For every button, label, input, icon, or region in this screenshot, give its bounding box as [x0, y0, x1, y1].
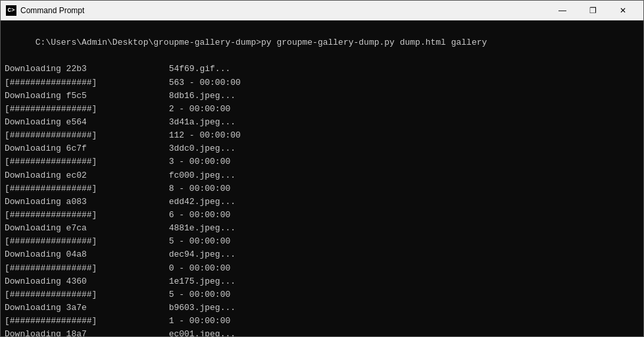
download-line: Downloading 22b3 54f69.gif...	[5, 63, 639, 76]
progress-line: [################] 5 - 00:00:00	[5, 288, 639, 301]
window-title: Command Prompt	[20, 6, 543, 15]
terminal-output: Downloading 22b3 54f69.gif...[##########…	[5, 63, 639, 336]
progress-line: [################] 563 - 00:00:00	[5, 76, 639, 90]
title-bar: C> Command Prompt — ❐ ✕	[1, 1, 643, 20]
progress-line: [################] 8 - 00:00:00	[5, 182, 639, 195]
download-line: Downloading f5c5 8db16.jpeg...	[5, 90, 639, 103]
download-line: Downloading 4360 1e175.jpeg...	[5, 275, 639, 288]
window: C> Command Prompt — ❐ ✕ C:\Users\Admin\D…	[0, 0, 644, 337]
progress-line: [################] 3 - 00:00:00	[5, 155, 639, 168]
app-icon: C>	[6, 5, 16, 16]
window-controls: — ❐ ✕	[547, 1, 638, 20]
progress-line: [################] 112 - 00:00:00	[5, 129, 639, 142]
download-line: Downloading 04a8 dec94.jpeg...	[5, 248, 639, 261]
progress-line: [################] 5 - 00:00:00	[5, 235, 639, 248]
close-button[interactable]: ✕	[608, 1, 638, 20]
prompt-text: C:\Users\Admin\Desktop\groupme-gallery-d…	[36, 38, 487, 47]
progress-line: [################] 2 - 00:00:00	[5, 103, 639, 116]
download-line: Downloading 18a7 ec001.jpeg...	[5, 328, 639, 336]
minimize-button[interactable]: —	[547, 1, 578, 20]
maximize-button[interactable]: ❐	[578, 1, 608, 20]
download-line: Downloading e564 3d41a.jpeg...	[5, 116, 639, 129]
download-line: Downloading a083 edd42.jpeg...	[5, 195, 639, 209]
progress-line: [################] 1 - 00:00:00	[5, 315, 639, 328]
command-prompt-line: C:\Users\Admin\Desktop\groupme-gallery-d…	[5, 23, 639, 63]
download-line: Downloading e7ca 4881e.jpeg...	[5, 222, 639, 235]
progress-line: [################] 0 - 00:00:00	[5, 262, 639, 275]
progress-line: [################] 6 - 00:00:00	[5, 209, 639, 222]
terminal: C:\Users\Admin\Desktop\groupme-gallery-d…	[1, 20, 643, 336]
download-line: Downloading ec02 fc000.jpeg...	[5, 169, 639, 182]
download-line: Downloading 3a7e b9603.jpeg...	[5, 301, 639, 315]
download-line: Downloading 6c7f 3ddc0.jpeg...	[5, 142, 639, 155]
